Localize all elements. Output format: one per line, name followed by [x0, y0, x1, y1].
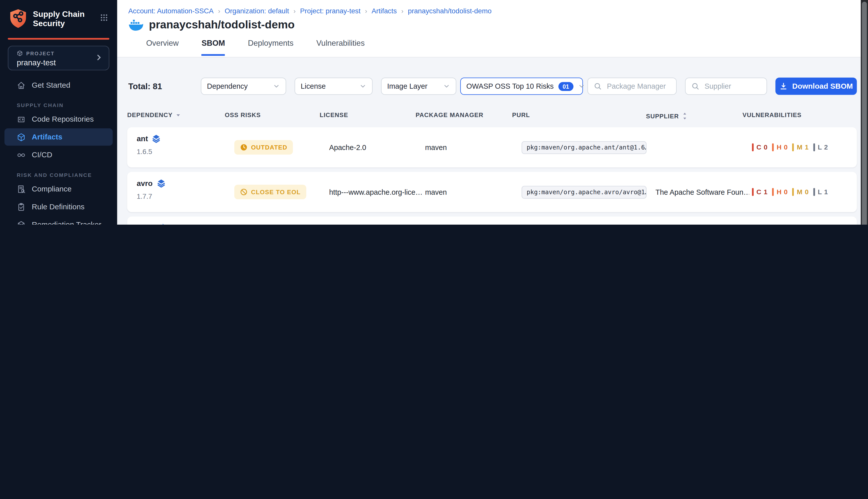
- column-header-purl[interactable]: PURL: [512, 112, 530, 118]
- sidebar-nav: Get StartedSUPPLY CHAINCode Repositories…: [0, 76, 117, 224]
- tab-sbom[interactable]: SBOM: [202, 38, 225, 56]
- filter-license[interactable]: License: [295, 78, 373, 95]
- chevron-down-icon: [574, 83, 585, 90]
- tab-bar: OverviewSBOMDeploymentsVulnerabilities: [146, 38, 365, 56]
- dependency-name: ant: [137, 134, 148, 143]
- toolbar: Total: 81 DependencyLicenseImage LayerOW…: [117, 78, 868, 95]
- column-header-license[interactable]: LICENSE: [320, 112, 348, 118]
- column-header-oss-risks[interactable]: OSS RISKS: [225, 112, 261, 118]
- brand-line2: Security: [33, 19, 85, 28]
- sidebar-item-artifacts[interactable]: Artifacts: [4, 129, 113, 146]
- brand-accent-line: [8, 38, 109, 40]
- tab-deployments[interactable]: Deployments: [248, 38, 293, 56]
- filter-image-layer[interactable]: Image Layer: [381, 78, 456, 95]
- supplier-cell: The Apache Software Foun…: [656, 172, 749, 212]
- sidebar-item-code-repositories[interactable]: Code Repositories: [4, 111, 113, 128]
- brand: Supply Chain Security: [9, 8, 85, 29]
- column-header-vulnerabilities[interactable]: VULNERABILITIES: [742, 112, 802, 118]
- package-manager-input[interactable]: [606, 82, 671, 91]
- sidebar-item-label: Remediation Tracker: [32, 220, 101, 224]
- sidebar-item-ci-cd[interactable]: CI/CD: [4, 146, 113, 163]
- vuln-severity-bar: [752, 144, 754, 151]
- column-header-dependency[interactable]: DEPENDENCY: [127, 112, 181, 118]
- column-header-label: SUPPLIER: [646, 113, 679, 120]
- sidebar-item-remediation-tracker[interactable]: Remediation Tracker: [4, 216, 113, 224]
- filter-owasp-oss-top-10-risks[interactable]: OWASP OSS Top 10 Risks01: [460, 78, 583, 95]
- sidebar-item-compliance[interactable]: Compliance: [4, 180, 113, 197]
- vuln-count-l: L 1: [813, 188, 828, 196]
- page-scrollbar[interactable]: [861, 0, 868, 224]
- breadcrumb-separator: ›: [218, 8, 220, 15]
- dependency-cell: avro1.7.7: [137, 172, 232, 212]
- breadcrumb-link[interactable]: Organization: default: [224, 7, 289, 15]
- download-sbom-button[interactable]: Download SBOM: [775, 78, 857, 95]
- column-header-supplier[interactable]: SUPPLIER: [646, 112, 688, 121]
- tab-overview[interactable]: Overview: [146, 38, 179, 56]
- breadcrumb-link[interactable]: pranaycshah/todolist-demo: [408, 7, 492, 15]
- apps-grid-icon[interactable]: [100, 13, 108, 22]
- sidebar-item-rule-definitions[interactable]: Rule Definitions: [4, 198, 113, 215]
- sort-updown-icon: [682, 112, 688, 121]
- tab-vulnerabilities[interactable]: Vulnerabilities: [317, 38, 365, 56]
- content-area: Total: 81 DependencyLicenseImage LayerOW…: [117, 58, 868, 224]
- vulnerabilities-cell: C 0H 1M 0L 0: [752, 217, 853, 224]
- vuln-severity-label: H 0: [777, 188, 788, 196]
- home-icon: [17, 81, 26, 90]
- table-row-avro[interactable]: avro1.7.7CLOSE TO EOLhttp---www.apache.o…: [127, 172, 857, 212]
- column-header-label: OSS RISKS: [225, 112, 261, 118]
- sidebar-item-label: Code Repositories: [32, 115, 94, 123]
- page-title: pranaycshah/todolist-demo: [149, 19, 295, 31]
- sidebar-item-get-started[interactable]: Get Started: [4, 76, 113, 94]
- vuln-severity-bar: [772, 188, 774, 196]
- ban-icon: [240, 188, 248, 196]
- breadcrumb-link[interactable]: Account: Automation-SSCA: [128, 7, 214, 15]
- total-count: Total: 81: [128, 82, 162, 91]
- chevron-right-icon: [94, 53, 103, 62]
- dependency-cell: bash5.1-6ubuntu1: [137, 217, 232, 224]
- supplier-input[interactable]: [704, 82, 761, 91]
- column-header-label: PURL: [512, 112, 530, 118]
- dependency-version: 1.7.7: [137, 193, 232, 200]
- breadcrumb-separator: ›: [365, 8, 367, 15]
- breadcrumb-link[interactable]: Project: pranay-test: [300, 7, 361, 15]
- vuln-count-c: C 0: [752, 144, 768, 151]
- column-header-label: LICENSE: [320, 112, 348, 118]
- scrollbar-thumb[interactable]: [862, 2, 867, 224]
- vuln-severity-label: C 0: [756, 144, 768, 151]
- purl-value[interactable]: pkg:maven/org.apache.ant/ant@1.6…: [522, 141, 647, 154]
- layers-solid-icon: [152, 134, 161, 144]
- license-cell: http---www.apache.org-lice…: [329, 172, 423, 212]
- app-window: Supply Chain Security PROJECT pranay-: [0, 0, 868, 224]
- vuln-count-c: C 1: [752, 188, 768, 196]
- dependency-name: bash: [137, 224, 154, 224]
- vuln-count-l: L 2: [813, 144, 828, 151]
- package-manager-cell: maven: [425, 172, 514, 212]
- oss-risk-label: CLOSE TO EOL: [251, 189, 300, 195]
- filter-dependency[interactable]: Dependency: [201, 78, 286, 95]
- sidebar-item-label: Compliance: [32, 185, 72, 193]
- clipboard-check-icon: [17, 202, 26, 211]
- table-row-ant[interactable]: ant1.6.5OUTDATEDApache-2.0mavenpkg:maven…: [127, 127, 857, 167]
- purl-cell: pkg:deb/ubuntu/bash@5.1-6ubuntu1: [522, 217, 655, 224]
- vuln-severity-bar: [792, 188, 794, 196]
- nav-section-heading: SUPPLY CHAIN: [17, 102, 113, 108]
- breadcrumb-link[interactable]: Artifacts: [372, 7, 397, 15]
- purl-value[interactable]: pkg:maven/org.apache.avro/avro@1…: [522, 186, 647, 198]
- doc-search-icon: [17, 184, 26, 194]
- oss-risk-badge: CLOSE TO EOL: [234, 185, 306, 199]
- chevron-down-icon: [438, 83, 450, 90]
- search-icon: [594, 82, 602, 90]
- sidebar-item-label: Artifacts: [32, 133, 63, 141]
- license-cell: GPL-3.0-only: [329, 217, 423, 224]
- project-selector[interactable]: PROJECT pranay-test: [8, 46, 109, 70]
- column-header-package-manager[interactable]: PACKAGE MANAGER: [416, 112, 483, 118]
- vuln-severity-label: M 0: [797, 188, 809, 196]
- filter-count-badge: 01: [558, 82, 573, 91]
- table-row-bash[interactable]: bash5.1-6ubuntu1-GPL-3.0-onlydebpkg:deb/…: [127, 217, 857, 224]
- project-name: pranay-test: [17, 58, 56, 67]
- package-manager-cell: maven: [425, 127, 514, 167]
- purl-cell: pkg:maven/org.apache.avro/avro@1…: [522, 172, 655, 212]
- column-header-label: DEPENDENCY: [127, 112, 173, 118]
- project-label: PROJECT: [26, 50, 54, 56]
- vuln-severity-bar: [792, 144, 794, 151]
